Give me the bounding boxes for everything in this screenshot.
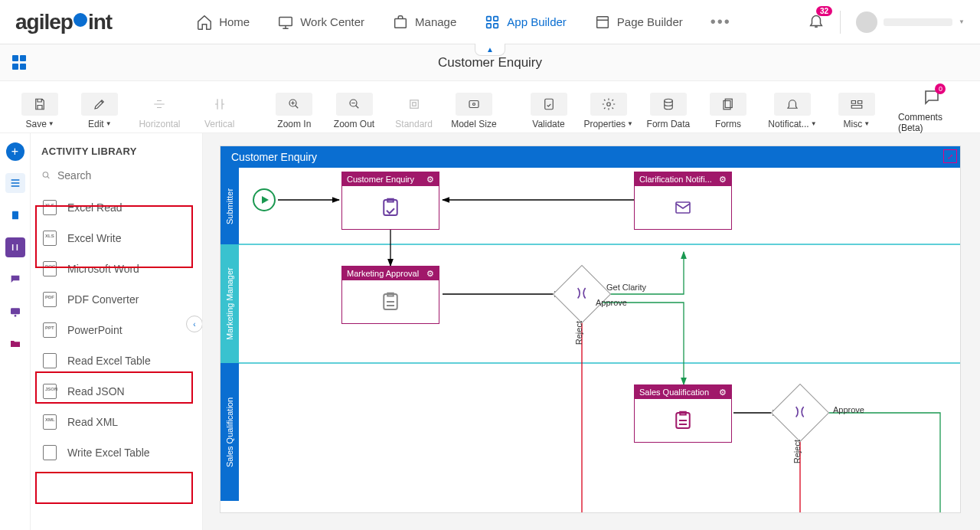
- sidebar-title: ACTIVITY LIBRARY: [31, 133, 202, 165]
- svg-rect-11: [469, 100, 479, 107]
- search-wrap: [31, 165, 202, 189]
- lib-microsoft-word[interactable]: Microsoft Word: [31, 254, 202, 284]
- svg-rect-18: [12, 211, 18, 220]
- edge-reject: Reject: [574, 321, 583, 345]
- edge-get-clarity: Get Clarity: [606, 283, 646, 292]
- nav-more[interactable]: •••: [710, 13, 731, 31]
- tool-zoom-in[interactable]: Zoom In: [268, 93, 320, 129]
- svg-rect-3: [494, 16, 498, 21]
- expand-icon[interactable]: ⤢: [943, 149, 957, 163]
- rail-add[interactable]: +: [6, 142, 24, 161]
- nav-app-builder[interactable]: App Builder: [484, 14, 567, 31]
- edge-reject2: Reject: [792, 440, 802, 463]
- nav-home-label: Home: [219, 15, 250, 28]
- avatar-icon: [856, 11, 877, 33]
- tool-forms[interactable]: Forms: [702, 93, 754, 129]
- svg-point-15: [665, 99, 673, 103]
- nav-right: 32 ▼: [808, 11, 965, 34]
- nav-manage[interactable]: Manage: [392, 14, 456, 31]
- svg-rect-9: [410, 100, 418, 108]
- svg-point-14: [606, 102, 610, 106]
- tool-form-data[interactable]: Form Data: [642, 93, 694, 129]
- search-input[interactable]: [57, 169, 191, 182]
- gateway-marketing[interactable]: [553, 265, 611, 323]
- rail-folder[interactable]: [5, 334, 25, 354]
- body: + I I ACTIVITY LIBRARY Excel Read Excel …: [0, 133, 980, 530]
- tool-properties[interactable]: Properties▼: [583, 93, 635, 129]
- nav-page-builder-label: Page Builder: [617, 15, 683, 28]
- lane-divider-2: [239, 362, 960, 364]
- svg-rect-10: [412, 102, 416, 106]
- lib-excel-read[interactable]: Excel Read: [31, 192, 202, 223]
- lane-sales[interactable]: Sales Qualification: [220, 363, 239, 501]
- nav-manage-label: Manage: [415, 15, 456, 28]
- gear-icon[interactable]: ⚙: [719, 388, 727, 398]
- subheader: ▲ Customer Enquiry: [0, 44, 980, 81]
- lane-marketing[interactable]: Marketing Manager: [220, 244, 239, 363]
- tool-save[interactable]: Save▼: [14, 93, 66, 129]
- tool-misc[interactable]: Misc▼: [831, 93, 883, 129]
- gear-icon[interactable]: ⚙: [426, 269, 434, 279]
- svg-rect-1: [395, 18, 407, 28]
- tool-zoom-out[interactable]: Zoom Out: [328, 93, 380, 129]
- lib-read-excel-table[interactable]: Read Excel Table: [31, 345, 202, 376]
- rail-variables[interactable]: I I: [5, 237, 25, 257]
- apps-icon[interactable]: [12, 55, 28, 70]
- tool-model-size[interactable]: Model Size: [448, 93, 500, 129]
- highlight-box-3: [35, 472, 193, 504]
- lib-read-xml[interactable]: Read XML: [31, 407, 202, 437]
- lib-powerpoint[interactable]: PowerPoint: [31, 315, 202, 345]
- svg-rect-13: [544, 99, 553, 110]
- svg-rect-19: [11, 308, 20, 314]
- user-menu[interactable]: ▼: [856, 11, 965, 33]
- activity-sales-qualification[interactable]: Sales Qualification⚙: [634, 384, 732, 443]
- lane-submitter[interactable]: Submitter: [220, 168, 239, 244]
- tool-standard: Standard: [388, 93, 440, 129]
- tool-validate[interactable]: Validate: [522, 93, 574, 129]
- lib-write-excel-table[interactable]: Write Excel Table: [31, 437, 202, 468]
- canvas-wrap: Customer Enquiry ⤢ Submitter Marketing M…: [203, 133, 980, 530]
- activity-clarification[interactable]: Clarification Notifi...⚙: [634, 172, 732, 230]
- svg-point-20: [14, 315, 16, 317]
- swimlanes: Submitter Marketing Manager Sales Qualif…: [220, 168, 960, 512]
- nav-items: Home Work Center Manage App Builder Page…: [196, 13, 731, 31]
- lib-pdf-converter[interactable]: PDF Converter: [31, 284, 202, 315]
- process-canvas[interactable]: Customer Enquiry ⤢ Submitter Marketing M…: [220, 146, 961, 513]
- tool-vertical: Vertical: [194, 93, 246, 129]
- tool-comments[interactable]: 0 Comments (Beta): [898, 88, 966, 133]
- top-nav: agilep int Home Work Center Manage App B…: [0, 0, 980, 44]
- logo-text-a: agilep: [15, 10, 73, 34]
- rail-clipboard[interactable]: [5, 205, 25, 225]
- nav-home[interactable]: Home: [196, 14, 250, 31]
- lib-excel-write[interactable]: Excel Write: [31, 223, 202, 254]
- toolbar: Save▼ Edit▼ Horizontal Vertical Zoom In …: [0, 81, 980, 133]
- activity-library-sidebar: ACTIVITY LIBRARY Excel Read Excel Write …: [31, 133, 203, 530]
- expand-tab[interactable]: ▲: [475, 44, 505, 56]
- nav-page-builder[interactable]: Page Builder: [594, 14, 683, 31]
- start-node[interactable]: [253, 188, 276, 211]
- tool-edit[interactable]: Edit▼: [74, 93, 126, 129]
- rail-chat[interactable]: [5, 270, 25, 290]
- rail-monitor[interactable]: [5, 302, 25, 322]
- collapse-sidebar[interactable]: ‹: [186, 316, 203, 332]
- svg-point-12: [472, 103, 475, 105]
- logo-text-b: int: [88, 10, 112, 34]
- lib-read-json[interactable]: Read JSON: [31, 376, 202, 407]
- activity-customer-enquiry[interactable]: Customer Enquiry⚙: [341, 172, 439, 230]
- gear-icon[interactable]: ⚙: [426, 175, 434, 185]
- notifications-button[interactable]: 32: [808, 12, 825, 31]
- page-title: Customer Enquiry: [438, 55, 542, 70]
- gateway-sales[interactable]: [771, 384, 829, 442]
- tool-notifications[interactable]: Notificat...▼: [762, 93, 823, 129]
- edge-approve: Approve: [596, 298, 627, 307]
- activity-marketing-approval[interactable]: Marketing Approval⚙: [341, 266, 439, 324]
- notifications-badge: 32: [816, 6, 832, 16]
- svg-rect-5: [494, 23, 498, 28]
- nav-work-center[interactable]: Work Center: [277, 14, 364, 31]
- canvas-title: Customer Enquiry: [220, 146, 960, 168]
- nav-work-center-label: Work Center: [300, 15, 364, 28]
- gear-icon[interactable]: ⚙: [719, 175, 727, 185]
- rail-activities[interactable]: [5, 173, 25, 193]
- logo: agilep int: [15, 10, 112, 34]
- tool-horizontal: Horizontal: [133, 93, 185, 129]
